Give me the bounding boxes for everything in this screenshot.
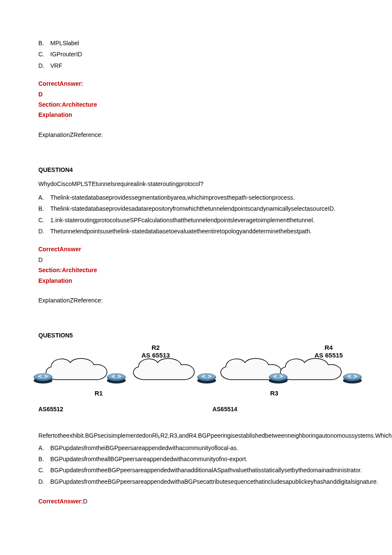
router-icon [33,371,53,384]
q4-heading: QUESTION4 [38,165,354,174]
explanation-reference: ExpIanationZReference: [38,296,354,305]
explanation-label: Explanation [38,110,354,119]
document-page: B. MPLSlabel C. IGProuterID D. VRF Corre… [0,0,392,555]
svg-point-11 [270,373,287,379]
diagram-label-r4: R4 AS 65515 [314,344,343,359]
q4-prompt: WhydoCiscoMPLSTEtunnelsrequirealink-stat… [38,179,354,189]
q3-options-continuation: B. MPLSlabel C. IGProuterID D. VRF [38,38,354,70]
option-letter: B. [38,38,50,48]
option-line: C. 1.ink-stateroutingprotocolsuseSPFcalc… [38,215,354,225]
q5-options: A. BGPupdatesfromtheiBGPpeersareappended… [38,443,354,487]
option-text: Thelink-statedatabaseprovidessegmentatio… [50,193,354,202]
option-letter: B. [38,204,50,213]
option-text: BGPupdatesfromtheeBGPpeersareappendedwit… [50,477,378,486]
diagram-label-r3: R3 [270,388,278,398]
network-diagram: R2 AS 65513 R4 AS 65515 R1 R3 [38,345,362,404]
option-letter: C. [38,215,50,225]
answer-letter: D [83,498,87,505]
diagram-label-r1: R1 [95,388,103,398]
as-label: AS65514 [212,404,237,414]
section-label: Section:Architecture [38,265,354,275]
option-letter: A. [38,193,50,202]
option-letter: D. [38,61,50,70]
router-icon [107,371,126,384]
q5-answer-block: CorrectAnswer:D [38,497,354,506]
option-letter: B. [38,454,50,464]
q4-options: A. Thelink-statedatabaseprovidessegmenta… [38,193,354,236]
option-line: C. BGPupdatesfromtheeBGPpeersareappended… [38,465,354,475]
router-icon [197,371,216,384]
q5-heading: QUESTION5 [38,331,354,340]
as-label: AS65512 [38,404,63,414]
option-line: B. MPLSlabel [38,38,354,48]
option-text: BGPupdatesfromtheiBGPpeersareappendedwit… [50,443,354,453]
section-label: Section:Architecture [38,100,354,109]
q3-answer-block: CorrectAnswer:D Section:Architecture Exp… [38,79,354,120]
option-text: VRF [50,61,354,70]
correct-answer-label: CorrectAnswer:D [38,79,354,99]
correct-answer-label: CorrectAnswerD [38,244,354,264]
option-text: 1.ink-stateroutingprotocolsuseSPFcalcula… [50,215,354,225]
router-icon [343,371,362,384]
svg-point-8 [198,373,215,379]
option-text: Thelink-statedatabaseprovidesadatareposi… [50,204,354,213]
option-line: D. VRF [38,61,354,70]
option-line: D. Thetunnelendpointsusethelink-statedat… [38,227,354,236]
option-letter: C. [38,465,50,475]
explanation-label: Explanation [38,276,354,285]
option-text: Thetunnelendpointsusethelink-statedataba… [50,227,354,236]
q5-prompt: Refertotheexhibit.BGPsecisimplementedonR… [38,431,354,440]
option-line: A. Thelink-statedatabaseprovidessegmenta… [38,193,354,202]
svg-point-14 [344,373,361,379]
option-letter: A. [38,443,50,453]
option-letter: D. [38,477,50,486]
option-text: BGPupdatesfromtheallBGPpeersareappendedw… [50,454,354,464]
option-letter: D. [38,227,50,236]
option-line: B. BGPupdatesfromtheallBGPpeersareappend… [38,454,354,464]
option-line: B. Thelink-statedatabaseprovidesadatarep… [38,204,354,213]
q4-answer-block: CorrectAnswerD Section:Architecture Expl… [38,244,354,285]
correct-answer-label: CorrectAnswer: [38,498,83,505]
svg-point-2 [35,373,52,379]
svg-point-5 [108,373,125,379]
option-text: MPLSlabel [50,38,354,48]
diagram-label-r2: R2 AS 65513 [141,344,170,359]
option-line: C. IGProuterID [38,49,354,59]
option-letter: C. [38,49,50,59]
option-text: IGProuterID [50,49,354,59]
option-line: D. BGPupdatesfromtheeBGPpeersareappended… [38,477,354,486]
explanation-reference: ExpIanationZReference: [38,130,354,139]
option-line: A. BGPupdatesfromtheiBGPpeersareappended… [38,443,354,453]
router-icon [268,371,288,384]
as-row: AS65512 AS65514 [38,404,354,414]
option-text: BGPupdatesfromtheeBGPpeersareappendedwit… [50,465,362,475]
